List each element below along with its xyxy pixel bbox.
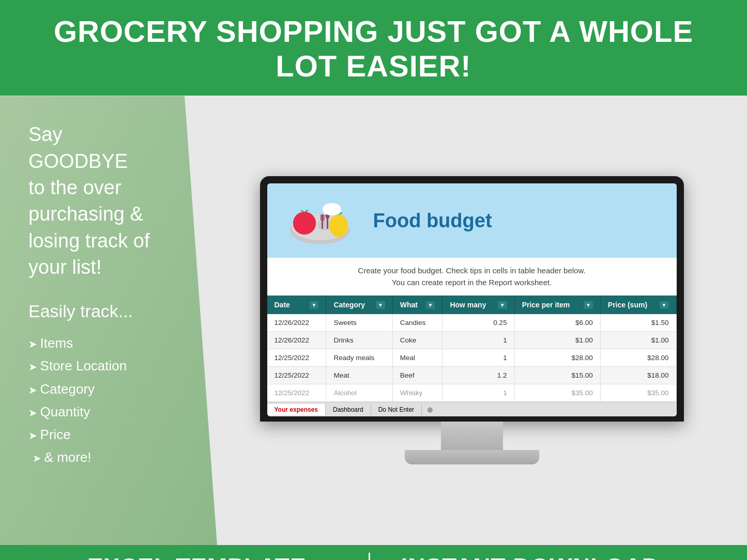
col-price-sum: Price (sum) ▼ [600,295,676,314]
cell-what: Candies [392,314,443,332]
tab-bar: Your expenses Dashboard Do Not Enter ⊕ [267,402,677,416]
list-item: Quantity [28,400,196,423]
priceper-dropdown[interactable]: ▼ [584,301,593,309]
col-price-per: Price per item ▼ [514,295,600,314]
cell-priceper: $1.00 [514,332,600,349]
pricesum-dropdown[interactable]: ▼ [660,301,669,309]
cell-category: Drinks [326,332,392,349]
svg-rect-8 [324,214,325,221]
list-item: Price [28,423,196,446]
cell-category: Sweets [326,314,392,332]
main-title: GROCERY SHOPPING JUST GOT A WHOLE LOT EA… [31,14,716,83]
cell-priceper: $28.00 [514,349,600,367]
cell-priceper: $15.00 [514,367,600,384]
right-panel: Food budget Create your food budget. Che… [217,96,747,545]
spreadsheet-table: Date ▼ Category ▼ [267,295,677,402]
table-header-row: Date ▼ Category ▼ [267,295,677,314]
cell-date: 12/25/2022 [267,367,326,384]
footer-right-text: INSTANT DOWNLOAD [401,553,660,560]
list-item: Store Location [28,354,196,377]
cell-date: 12/26/2022 [267,314,326,332]
left-panel: SayGOODBYEto the overpurchasing &losing … [0,96,217,545]
table-row: 12/26/2022 Sweets Candies 0.25 $6.00 $1.… [267,314,677,332]
spreadsheet-subtitle: Create your food budget. Check tips in c… [267,258,677,295]
list-item: & more! [28,446,196,469]
table-body: 12/26/2022 Sweets Candies 0.25 $6.00 $1.… [267,314,677,402]
cell-category: Ready meals [326,349,392,367]
cell-what: Meal [392,349,443,367]
cell-howmany: 0.25 [443,314,514,332]
list-item: Category [28,378,196,400]
cell-what: Whisky [392,384,443,402]
cell-what: Beef [392,367,443,384]
date-dropdown[interactable]: ▼ [310,301,319,309]
svg-rect-9 [327,217,328,229]
cell-date: 12/25/2022 [267,349,326,367]
monitor: Food budget Create your food budget. Che… [260,176,684,464]
cell-priceper: $6.00 [514,314,600,332]
cell-pricesum: $1.00 [600,332,676,349]
col-howmany: How many ▼ [443,295,514,314]
footer: EXCEL TEMPLATE INSTANT DOWNLOAD [0,545,747,560]
monitor-stand-base [405,450,539,464]
track-list: Items Store Location Category Quantity P… [28,332,196,469]
col-what: What ▼ [392,295,443,314]
col-category: Category ▼ [326,295,392,314]
svg-point-15 [324,204,340,212]
cell-date: 12/26/2022 [267,332,326,349]
tab-do-not-enter[interactable]: Do Not Enter [371,404,422,415]
tab-dashboard[interactable]: Dashboard [326,404,371,415]
cell-pricesum: $28.00 [600,349,676,367]
goodbye-text: SayGOODBYEto the overpurchasing &losing … [28,121,196,281]
cell-what: Coke [392,332,443,349]
easily-track-heading: Easily track... [28,301,196,321]
screen-inner: Food budget Create your food budget. Che… [267,183,677,416]
main-content: SayGOODBYEto the overpurchasing &losing … [0,96,747,545]
howmany-dropdown[interactable]: ▼ [498,301,507,309]
col-date: Date ▼ [267,295,326,314]
cell-howmany: 1 [443,349,514,367]
table-row: 12/25/2022 Alcohol Whisky 1 $35.00 $35.0… [267,384,677,402]
cell-priceper: $35.00 [514,384,600,402]
svg-rect-6 [321,214,322,221]
cell-howmany: 1.2 [443,367,514,384]
cell-pricesum: $1.50 [600,314,676,332]
table-row: 12/26/2022 Drinks Coke 1 $1.00 $1.00 [267,332,677,349]
cell-howmany: 1 [443,384,514,402]
cell-pricesum: $35.00 [600,384,676,402]
page-header: GROCERY SHOPPING JUST GOT A WHOLE LOT EA… [0,0,747,96]
cell-date: 12/25/2022 [267,384,326,402]
food-illustration [283,195,358,246]
tab-add-button[interactable]: ⊕ [422,403,438,416]
svg-rect-7 [323,214,324,221]
list-item: Items [28,332,196,354]
table-row: 12/25/2022 Meat Beef 1.2 $15.00 $18.00 [267,367,677,384]
food-budget-title: Food budget [373,210,492,232]
svg-point-12 [333,215,344,228]
table-row: 12/25/2022 Ready meals Meal 1 $28.00 $28… [267,349,677,367]
category-dropdown[interactable]: ▼ [376,301,385,309]
cell-category: Alcohol [326,384,392,402]
footer-left-text: EXCEL TEMPLATE [87,553,338,560]
svg-point-3 [293,212,316,235]
what-dropdown[interactable]: ▼ [426,301,435,309]
monitor-stand-neck [441,422,503,450]
footer-divider [369,553,370,560]
cell-category: Meat [326,367,392,384]
cell-pricesum: $18.00 [600,367,676,384]
spreadsheet-header: Food budget [267,183,677,258]
monitor-screen: Food budget Create your food budget. Che… [260,176,684,422]
tab-your-expenses[interactable]: Your expenses [267,404,326,415]
cell-howmany: 1 [443,332,514,349]
